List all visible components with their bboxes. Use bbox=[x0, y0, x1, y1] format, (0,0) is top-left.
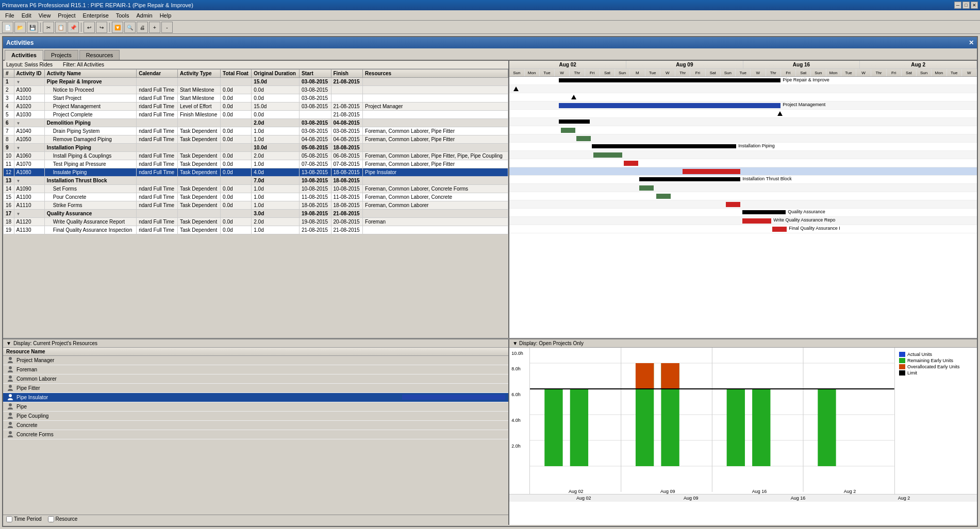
legend-remaining-label: Remaining Early Units bbox=[907, 358, 953, 363]
resource-item[interactable]: Pipe Insulator bbox=[3, 393, 508, 402]
cell-id: ▼ bbox=[14, 144, 44, 152]
table-row[interactable]: 18 A1120 Write Quality Assurance Report … bbox=[4, 218, 508, 226]
toolbar-save[interactable]: 💾 bbox=[27, 22, 38, 33]
tab-activities[interactable]: Activities bbox=[5, 50, 43, 61]
svg-point-1 bbox=[9, 366, 12, 369]
table-row[interactable]: 2 A1000 Notice to Proceed ndard Full Tim… bbox=[4, 86, 508, 94]
table-row[interactable]: 7 A1040 Drain Piping System ndard Full T… bbox=[4, 127, 508, 135]
resource-item[interactable]: Project Manager bbox=[3, 356, 508, 365]
close-button[interactable]: ✕ bbox=[971, 2, 978, 9]
cell-calendar: ridard Full Time bbox=[137, 103, 178, 111]
cell-float bbox=[221, 144, 252, 152]
cell-id: ▼ bbox=[14, 119, 44, 127]
table-row[interactable]: 16 A1110 Strike Forms ndard Full Time Ta… bbox=[4, 201, 508, 210]
table-row[interactable]: 14 A1090 Set Forms ndard Full Time Task … bbox=[4, 185, 508, 193]
y-label-8: 8.0h bbox=[511, 366, 527, 392]
tab-projects[interactable]: Projects bbox=[44, 50, 78, 60]
toolbar-filter[interactable]: 🔽 bbox=[112, 22, 123, 33]
toolbar-search[interactable]: 🔍 bbox=[124, 22, 136, 33]
toolbar-zoom-out[interactable]: - bbox=[161, 22, 173, 33]
expand-icon-chart: ▼ bbox=[512, 340, 518, 346]
table-wrapper[interactable]: # Activity ID Activity Name Calendar Act… bbox=[3, 69, 508, 336]
table-row[interactable]: 1 ▼ Pipe Repair & Improve 15.0d 03-08-20… bbox=[4, 78, 508, 86]
cell-num: 13 bbox=[4, 177, 14, 185]
cell-resources: Foreman bbox=[363, 218, 508, 226]
toolbar-zoom-in[interactable]: + bbox=[149, 22, 160, 33]
gantt-row: Write Quality Assurance Repo bbox=[509, 217, 977, 225]
menu-tools[interactable]: Tools bbox=[113, 11, 132, 20]
table-row[interactable]: 17 ▼ Quality Assurance 3.0d 19-08-2015 2… bbox=[4, 210, 508, 218]
panel-close[interactable]: ✕ bbox=[969, 39, 974, 46]
cell-duration: 15.0d bbox=[252, 78, 300, 86]
table-row[interactable]: 5 A1030 Project Complete ndard Full Time… bbox=[4, 111, 508, 119]
chart-bottom-labels: Aug 02 Aug 09 Aug 16 Aug 2 bbox=[509, 494, 977, 502]
gantt-bar-label: Project Management bbox=[783, 102, 825, 107]
menu-enterprise[interactable]: Enterprise bbox=[80, 11, 112, 20]
cell-finish: 06-08-2015 bbox=[331, 152, 363, 160]
resource-checkbox[interactable] bbox=[48, 516, 54, 522]
resource-item[interactable]: Foreman bbox=[3, 365, 508, 374]
gantt-milestone bbox=[777, 111, 783, 116]
resource-list: Project ManagerForemanCommon LaborerPipe… bbox=[3, 356, 508, 515]
gantt-header: Aug 02 Aug 09 Aug 16 Aug 2 SunMonTueWThr… bbox=[509, 61, 977, 77]
gantt-bar-label: Final Quality Assurance I bbox=[789, 226, 840, 231]
gantt-day-label: Tue bbox=[736, 69, 751, 76]
gantt-day-label: Sat bbox=[902, 69, 917, 76]
menu-view[interactable]: View bbox=[36, 11, 54, 20]
cell-id: ▼ bbox=[14, 210, 44, 218]
toolbar-redo[interactable]: ↪ bbox=[96, 22, 107, 33]
toolbar-open[interactable]: 📂 bbox=[14, 22, 26, 33]
maximize-button[interactable]: □ bbox=[962, 2, 970, 9]
cell-name: Drain Piping System bbox=[44, 127, 136, 135]
resource-item[interactable]: Pipe Fitter bbox=[3, 384, 508, 393]
table-row[interactable]: 10 A1060 Install Piping & Couplings ndar… bbox=[4, 152, 508, 160]
toolbar-undo[interactable]: ↩ bbox=[84, 22, 95, 33]
tab-resources[interactable]: Resources bbox=[79, 50, 120, 60]
cell-calendar bbox=[137, 210, 178, 218]
cell-start: 03-08-2015 bbox=[299, 103, 331, 111]
time-period-checkbox-label[interactable]: Time Period bbox=[6, 516, 42, 522]
menu-help[interactable]: Help bbox=[157, 11, 175, 20]
chart-area: Aug 02 Aug 09 Aug 16 Aug 2 bbox=[530, 348, 894, 494]
legend-actual: Actual Units bbox=[899, 352, 973, 357]
cell-duration: 7.0d bbox=[252, 177, 300, 185]
resource-header: ▼ Display: Current Project's Resources bbox=[3, 339, 508, 348]
cell-start: 11-08-2015 bbox=[299, 193, 331, 201]
toolbar-new[interactable]: 📄 bbox=[2, 22, 13, 33]
cell-finish bbox=[331, 94, 363, 103]
panel-title: Activities bbox=[6, 39, 34, 46]
cell-float bbox=[221, 78, 252, 86]
table-row[interactable]: 8 A1050 Remove Damaged Piping ndard Full… bbox=[4, 135, 508, 144]
menu-admin[interactable]: Admin bbox=[133, 11, 155, 20]
toolbar-copy[interactable]: 📋 bbox=[55, 22, 67, 33]
table-row[interactable]: 19 A1130 Final Quality Assurance Inspect… bbox=[4, 226, 508, 234]
cell-finish: 07-08-2015 bbox=[331, 160, 363, 168]
menu-file[interactable]: File bbox=[2, 11, 18, 20]
toolbar-print[interactable]: 🖨 bbox=[137, 22, 148, 33]
table-row[interactable]: 6 ▼ Demolition Piping 2.0d 03-08-2015 04… bbox=[4, 119, 508, 127]
cell-float bbox=[221, 177, 252, 185]
table-row[interactable]: 15 A1100 Pour Concrete ndard Full Time T… bbox=[4, 193, 508, 201]
minimize-button[interactable]: ─ bbox=[954, 2, 961, 9]
toolbar-paste[interactable]: 📌 bbox=[68, 22, 79, 33]
resource-item[interactable]: Concrete Forms bbox=[3, 430, 508, 439]
resource-item[interactable]: Concrete bbox=[3, 421, 508, 430]
toolbar-cut[interactable]: ✂ bbox=[43, 22, 54, 33]
table-row[interactable]: 3 A1010 Start Project ridard Full Time S… bbox=[4, 94, 508, 103]
menu-project[interactable]: Project bbox=[55, 11, 78, 20]
resource-checkbox-label[interactable]: Resource bbox=[48, 516, 78, 522]
toolbar-sep-2 bbox=[81, 23, 81, 32]
cell-finish: 21-08-2015 bbox=[331, 210, 363, 218]
table-row[interactable]: 4 A1020 Project Management ridard Full T… bbox=[4, 103, 508, 111]
resource-item[interactable]: Pipe bbox=[3, 402, 508, 412]
table-row[interactable]: 13 ▼ Installation Thrust Block 7.0d 10-0… bbox=[4, 177, 508, 185]
resource-item[interactable]: Common Laborer bbox=[3, 374, 508, 384]
table-row[interactable]: 9 ▼ Installation Piping 10.0d 05-08-2015… bbox=[4, 144, 508, 152]
x-label-4: Aug 2 bbox=[844, 489, 856, 494]
table-row[interactable]: 11 A1070 Test Piping at Pressure ndard F… bbox=[4, 160, 508, 168]
resource-item[interactable]: Pipe Coupling bbox=[3, 412, 508, 421]
legend-actual-color bbox=[899, 352, 905, 357]
table-row[interactable]: 12 A1080 Insulate Piping ndard Full Time… bbox=[4, 168, 508, 177]
time-period-checkbox[interactable] bbox=[6, 516, 12, 522]
menu-edit[interactable]: Edit bbox=[19, 11, 35, 20]
